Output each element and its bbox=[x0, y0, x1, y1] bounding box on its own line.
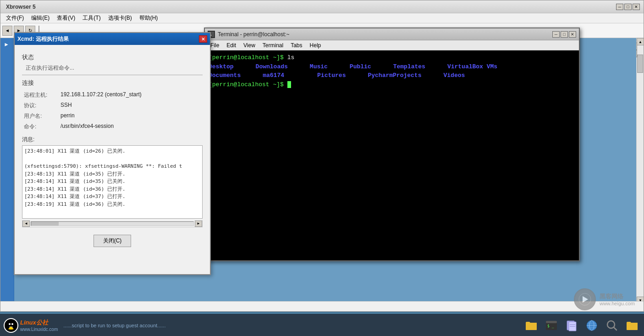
divider-1 bbox=[22, 75, 203, 75]
svg-text:$ _: $ _ bbox=[547, 324, 554, 328]
xcmd-close-dialog-button[interactable]: 关闭(C) bbox=[94, 235, 132, 247]
file-pycharm: PycharmProjects bbox=[368, 71, 421, 80]
close-button[interactable]: ✕ bbox=[633, 4, 640, 10]
protocol-value: SSH bbox=[59, 100, 203, 111]
xcmd-message-box[interactable] bbox=[22, 145, 203, 219]
host-value: 192.168.1.107:22 (centos7_start) bbox=[59, 90, 203, 100]
menu-help[interactable]: 帮助(H) bbox=[136, 13, 162, 23]
taskbar-folder-icon-2[interactable] bbox=[624, 317, 640, 334]
terminal-window: ▶ Terminal - perrin@localhost:~ ─ □ ✕ Fi… bbox=[204, 28, 580, 261]
messages-label: 消息: bbox=[22, 136, 203, 143]
taskbar-scroll-text: ......script to be run to setup guest ac… bbox=[63, 323, 523, 328]
file-downloads: Downloads bbox=[256, 62, 288, 72]
term-prompt-1: [perrin@localhost ~]$ bbox=[209, 54, 287, 61]
file-templates: Templates bbox=[393, 62, 425, 72]
term-cursor bbox=[287, 81, 291, 88]
svg-rect-8 bbox=[526, 324, 537, 330]
menu-view[interactable]: 查看(V) bbox=[53, 13, 79, 23]
maximize-button[interactable]: □ bbox=[624, 4, 632, 10]
svg-rect-10 bbox=[546, 321, 557, 323]
svg-point-6 bbox=[11, 323, 13, 325]
svg-line-22 bbox=[614, 327, 616, 330]
linux-site: www.Linuxidc.com bbox=[20, 327, 58, 332]
xcmd-title: Xcmd: 远程执行结果 bbox=[17, 35, 199, 43]
terminal-title: Terminal - perrin@localhost:~ bbox=[218, 31, 552, 38]
xbrowser-window-controls: ─ □ ✕ bbox=[616, 4, 640, 10]
menu-file[interactable]: 文件(F) bbox=[2, 13, 28, 23]
host-row: 远程主机: 192.168.1.107:22 (centos7_start) bbox=[22, 90, 203, 100]
terminal-close[interactable]: ✕ bbox=[569, 31, 576, 38]
menu-edit[interactable]: 编辑(E) bbox=[28, 13, 53, 23]
username-value: perrin bbox=[59, 111, 203, 121]
command-label: 命令: bbox=[22, 121, 59, 132]
watermark-text: 黑客网络 www.heigu.com bbox=[600, 292, 635, 306]
terminal-minimize[interactable]: ─ bbox=[552, 31, 560, 38]
terminal-files-row2: Documents ma6174 Pictures PycharmProject… bbox=[209, 71, 575, 80]
linux-logo-circle bbox=[4, 318, 18, 333]
linux-logo: Linux公社 www.Linuxidc.com bbox=[4, 318, 58, 333]
hscroll-left[interactable]: ◄ bbox=[22, 220, 30, 227]
taskbar-search-icon[interactable] bbox=[604, 317, 620, 334]
host-label: 远程主机: bbox=[22, 90, 59, 100]
file-virtualbox: VirtualBox VMs bbox=[447, 62, 497, 72]
taskbar-folder-icon-1[interactable] bbox=[523, 317, 539, 334]
menu-tools[interactable]: 工具(T) bbox=[79, 13, 104, 23]
terminal-line-1: [perrin@localhost ~]$ ls bbox=[209, 53, 575, 62]
file-music: Music bbox=[310, 62, 328, 72]
file-pictures: Pictures bbox=[317, 71, 346, 80]
hscroll-thumb[interactable] bbox=[31, 222, 59, 226]
terminal-line-2: [perrin@localhost ~]$ bbox=[209, 80, 575, 89]
command-row: 命令: /usr/bin/xfce4-session bbox=[22, 121, 203, 132]
terminal-menu-view[interactable]: View bbox=[240, 41, 259, 50]
terminal-content[interactable]: [perrin@localhost ~]$ ls Desktop Downloa… bbox=[205, 50, 579, 260]
terminal-files-row1: Desktop Downloads Music Public Templates… bbox=[209, 62, 575, 72]
taskbar-globe-icon[interactable] bbox=[583, 317, 600, 334]
sidebar-tab[interactable]: ◄ bbox=[0, 38, 12, 52]
xcmd-body: 状态 正在执行远程命令... 连接 远程主机: 192.168.1.107:22… bbox=[15, 45, 210, 252]
taskbar-icons: $ _ bbox=[523, 317, 640, 334]
xcmd-info-table: 远程主机: 192.168.1.107:22 (centos7_start) 协… bbox=[22, 90, 203, 132]
connection-section-label: 连接 bbox=[22, 79, 203, 87]
taskbar: Linux公社 www.Linuxidc.com ......script to… bbox=[0, 314, 644, 336]
xbrowser-titlebar: Xbrowser 5 ─ □ ✕ bbox=[0, 0, 644, 13]
linux-text: Linux公社 bbox=[20, 319, 58, 327]
hscroll-right[interactable]: ► bbox=[195, 220, 202, 227]
terminal-win-controls: ─ □ ✕ bbox=[552, 31, 576, 38]
terminal-maximize[interactable]: □ bbox=[561, 31, 568, 38]
xcmd-message-section: 消息: bbox=[22, 136, 203, 220]
scrollbar-thumb[interactable] bbox=[637, 55, 643, 73]
back-button[interactable]: ◄ bbox=[2, 26, 12, 36]
xcmd-close-icon[interactable]: ✕ bbox=[199, 35, 207, 43]
status-section-label: 状态 bbox=[22, 53, 203, 61]
xbrowser-sidebar: ◄ bbox=[0, 38, 14, 304]
term-prompt-2: [perrin@localhost ~]$ bbox=[209, 81, 287, 88]
xbrowser-menubar: 文件(F) 编辑(E) 查看(V) 工具(T) 选项卡(B) 帮助(H) bbox=[0, 13, 644, 23]
terminal-menubar: File Edit View Terminal Tabs Help bbox=[205, 40, 579, 50]
minimize-button[interactable]: ─ bbox=[616, 4, 623, 10]
taskbar-files-icon[interactable] bbox=[563, 317, 580, 334]
xcmd-titlebar: Xcmd: 远程执行结果 ✕ bbox=[15, 33, 210, 45]
terminal-menu-help[interactable]: Help bbox=[306, 41, 325, 50]
scrollbar-track bbox=[637, 45, 644, 297]
protocol-label: 协议: bbox=[22, 100, 59, 111]
username-row: 用户名: perrin bbox=[22, 111, 203, 121]
xbrowser-scrollbar[interactable]: ▲ ▼ bbox=[636, 38, 644, 304]
watermark: 黑客网络 www.heigu.com bbox=[574, 288, 635, 310]
xbrowser-statusbar bbox=[0, 301, 644, 311]
terminal-menu-tabs[interactable]: Tabs bbox=[287, 41, 306, 50]
terminal-menu-terminal[interactable]: Terminal bbox=[259, 41, 287, 50]
terminal-menu-edit[interactable]: Edit bbox=[223, 41, 240, 50]
term-cmd-1: ls bbox=[287, 54, 295, 61]
command-value: /usr/bin/xfce4-session bbox=[59, 121, 203, 132]
xcmd-hscrollbar[interactable]: ◄ ► bbox=[22, 220, 203, 227]
taskbar-terminal-icon[interactable]: $ _ bbox=[543, 317, 560, 334]
message-container bbox=[22, 145, 203, 220]
username-label: 用户名: bbox=[22, 111, 59, 121]
watermark-site: www.heigu.com bbox=[600, 301, 635, 306]
svg-point-5 bbox=[9, 323, 11, 325]
watermark-icon bbox=[574, 288, 596, 310]
xcmd-buttons: 关闭(C) bbox=[22, 235, 203, 247]
linux-logo-text-area: Linux公社 www.Linuxidc.com bbox=[20, 319, 58, 332]
scrollbar-up[interactable]: ▲ bbox=[637, 38, 644, 45]
menu-tabs[interactable]: 选项卡(B) bbox=[105, 13, 136, 23]
